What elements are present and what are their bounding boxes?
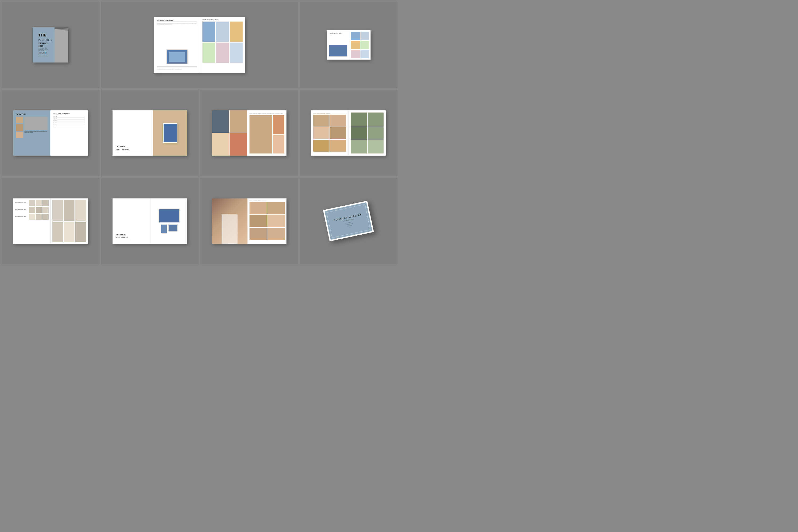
cover-booklet: THE PORTFOLIO DESIGN 2016 THE SELECTED W… bbox=[33, 27, 68, 62]
print-title: CREATIVE PRINT DESIGN bbox=[116, 146, 150, 151]
wedding-booklet-1: Lorem ipsum dolor sit amet consectetur. bbox=[311, 110, 386, 156]
product-img-8 bbox=[36, 214, 42, 220]
product-r-1 bbox=[52, 200, 63, 221]
print-booklet: CREATIVE PRINT DESIGN Lorem ipsum dolor … bbox=[113, 110, 187, 156]
product-img-4 bbox=[29, 207, 35, 213]
social-icon-3: 🌐 bbox=[44, 52, 46, 54]
fashion-4 bbox=[230, 133, 247, 156]
cover-decor-3 bbox=[56, 28, 68, 51]
w2-thumb-1 bbox=[249, 202, 267, 214]
product-r-5 bbox=[64, 222, 75, 242]
product-img-5 bbox=[36, 207, 42, 213]
cell-wedding-2: Lorem ipsum dolor sit amet consectetur. bbox=[200, 178, 298, 264]
tech-bar-2 bbox=[157, 68, 189, 68]
fashion-main-photo bbox=[249, 115, 272, 153]
fashion-3 bbox=[212, 133, 229, 156]
tech-title-right: YOUR BEST TITLE HERE bbox=[203, 19, 243, 20]
product-booklet: PHOTOGRAPHY STILL HERE PHOTOGRAPHY STILL… bbox=[13, 198, 88, 244]
tech-title-left: YOUR BEST TITLE HERE bbox=[157, 20, 197, 22]
tablet-mockup bbox=[163, 123, 177, 143]
tech2-body: Lorem ipsum dolor sit amet consectetur a… bbox=[329, 35, 347, 44]
tech2-thumb-1 bbox=[351, 32, 360, 40]
wedding-r-thumb-5 bbox=[351, 140, 367, 153]
tech-booklet-2: YOUR BEST TITLE HERE Lorem ipsum dolor s… bbox=[327, 30, 370, 60]
w2-thumb-4 bbox=[267, 215, 285, 227]
fashion-1 bbox=[212, 110, 229, 133]
device-thumb-4 bbox=[203, 42, 215, 63]
product-img-6 bbox=[42, 207, 49, 213]
tech2-title: YOUR BEST TITLE HERE bbox=[329, 33, 347, 34]
tech2-thumb-2 bbox=[360, 32, 369, 40]
wedding-thumb-6 bbox=[330, 140, 346, 152]
wedding-thumb-5 bbox=[314, 140, 329, 152]
toc-item-3: Photography3 bbox=[54, 120, 85, 122]
product-label-2: PHOTOGRAPHY STILL HERE bbox=[15, 209, 28, 210]
cover-description: Excepteur sint scieicat cupidatr proiden… bbox=[39, 55, 49, 57]
cell-fashion: Lorem ipsum dolor sit amet consectetur a… bbox=[200, 90, 298, 176]
wedding-thumb-3 bbox=[314, 127, 329, 139]
product-img-9 bbox=[42, 214, 49, 220]
portfolio-word: PORTFOLIO bbox=[39, 39, 53, 41]
toc-item-6: Contact6 bbox=[54, 127, 85, 128]
social-icon-1: ✉ bbox=[39, 52, 41, 54]
main-grid: THE PORTFOLIO DESIGN 2016 THE SELECTED W… bbox=[0, 0, 399, 266]
device-thumb-5 bbox=[216, 42, 229, 63]
product-r-6 bbox=[75, 222, 86, 242]
device-thumb-3 bbox=[230, 22, 243, 42]
tech2-thumb-5 bbox=[351, 50, 360, 58]
product-img-3 bbox=[42, 200, 49, 206]
wedding-r-thumb-4 bbox=[367, 126, 384, 140]
cover-tagline: THE SELECTED WORK OF CALVIN SHEERAN bbox=[39, 48, 49, 51]
wedding-dress bbox=[222, 214, 238, 244]
wedding-r-thumb-3 bbox=[351, 126, 367, 140]
cell-about: ABOUT ME Hi there! Lorem ipsum dolor sit… bbox=[2, 90, 99, 176]
w2-thumb-6 bbox=[267, 228, 285, 240]
portrait-3 bbox=[16, 132, 23, 138]
cell-cover: THE PORTFOLIO DESIGN 2016 THE SELECTED W… bbox=[2, 2, 99, 88]
fashion-sm-1 bbox=[273, 115, 284, 134]
wedding-text: Lorem ipsum dolor sit amet consectetur. bbox=[314, 113, 346, 114]
contact-booklet: CONTACT WITH US YOUR BEST TITLE HERE www… bbox=[323, 201, 374, 242]
device-thumb-6 bbox=[230, 42, 243, 63]
cover-page-right bbox=[55, 27, 68, 62]
toc-item-4: Print Design4 bbox=[54, 122, 85, 124]
toc-item-1: Cover Page1 bbox=[54, 116, 85, 118]
cover-page-left: THE PORTFOLIO DESIGN 2016 THE SELECTED W… bbox=[33, 27, 55, 62]
toc-title: TABLE OF CONTENT bbox=[54, 113, 85, 115]
about-booklet: ABOUT ME Hi there! Lorem ipsum dolor sit… bbox=[13, 110, 88, 156]
print-desc: Lorem ipsum dolor sit amet consectetur a… bbox=[116, 152, 150, 152]
product-img-7 bbox=[29, 214, 35, 220]
wedding-r-thumb-2 bbox=[367, 113, 384, 126]
wedding-thumb-1 bbox=[314, 115, 329, 127]
about-photo-main bbox=[24, 117, 48, 130]
cell-print: CREATIVE PRINT DESIGN Lorem ipsum dolor … bbox=[101, 90, 199, 176]
portrait-1 bbox=[16, 117, 23, 124]
tech-bar-1 bbox=[157, 66, 197, 67]
w2-thumb-2 bbox=[267, 202, 285, 214]
tech-booklet-1: YOUR BEST TITLE HERE Lorem ipsum dolor s… bbox=[154, 17, 245, 73]
product-r-3 bbox=[75, 200, 86, 221]
wedding-booklet-2: Lorem ipsum dolor sit amet consectetur. bbox=[212, 198, 286, 244]
fashion-2 bbox=[230, 110, 247, 133]
cover-decor-1 bbox=[55, 27, 68, 62]
design-label: DESIGN 2016 bbox=[39, 42, 49, 48]
device-thumb-1 bbox=[203, 22, 215, 42]
wedding-thumb-2 bbox=[330, 115, 346, 127]
web-desc: Lorem ipsum dolor sit amet consectetur a… bbox=[116, 240, 147, 241]
product-r-4 bbox=[52, 222, 63, 242]
web-title: CREATIVE WEB DESIGN bbox=[116, 234, 147, 239]
tech-small-text: Lorem ipsum dolor sit amet consectetur a… bbox=[157, 69, 197, 70]
product-label-1: PHOTOGRAPHY STILL HERE bbox=[15, 203, 28, 204]
fashion-booklet: Lorem ipsum dolor sit amet consectetur a… bbox=[212, 110, 286, 156]
tech2-thumb-3 bbox=[351, 41, 360, 49]
toc-item-5: Web Design5 bbox=[54, 125, 85, 126]
wedding-r-thumb-6 bbox=[367, 140, 384, 153]
about-text: Hi there! Lorem ipsum dolor sit amet con… bbox=[24, 131, 48, 133]
cover-decor-2 bbox=[55, 31, 68, 62]
portrait-2 bbox=[16, 124, 23, 131]
w2-thumb-5 bbox=[249, 228, 267, 240]
tablet-mockup-web bbox=[168, 224, 178, 232]
wedding-r-thumb-1 bbox=[351, 113, 367, 126]
cell-webdesign: CREATIVE WEB DESIGN Lorem ipsum dolor si… bbox=[101, 178, 199, 264]
product-label-3: PHOTOGRAPHY STILL HERE bbox=[15, 216, 28, 217]
